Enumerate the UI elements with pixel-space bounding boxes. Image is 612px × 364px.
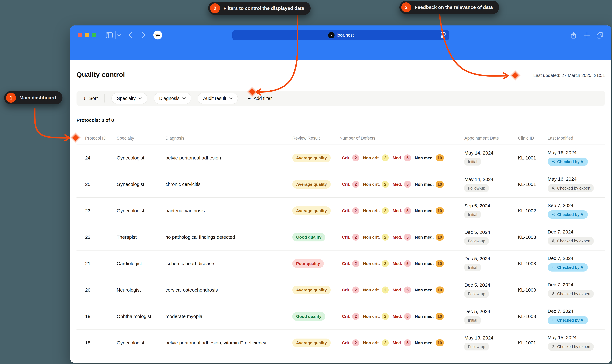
new-tab-icon[interactable] (584, 32, 590, 38)
person-icon (551, 292, 555, 296)
callout-number-badge: 2 (210, 3, 220, 13)
defect-group: Med.5 (392, 154, 411, 161)
review-quality-badge: Average quality (292, 180, 331, 189)
cell-last-modified: May 16, 2024 Checked by expert (548, 176, 605, 192)
review-quality-badge: Average quality (292, 207, 331, 215)
defect-group: Non crit.2 (363, 313, 389, 320)
review-quality-badge: Good quality (292, 233, 325, 241)
review-quality-badge: Average quality (292, 286, 331, 294)
column-header: Review Result (292, 136, 339, 141)
defect-label: Non crit. (363, 340, 380, 345)
defect-count-badge: 2 (382, 207, 389, 214)
filter-dropdown-specialty[interactable]: Specialty (111, 93, 147, 104)
defect-label: Med. (392, 235, 402, 240)
share-icon[interactable] (570, 32, 577, 39)
zoom-window-button[interactable] (92, 33, 97, 37)
defect-group: Crit.2 (342, 154, 359, 161)
sort-button[interactable]: ↓↑ Sort (83, 96, 98, 101)
cell-last-modified: Dec 7, 2024 Checked by AI (548, 309, 605, 324)
cell-last-modified: Dec 7, 2024 Checked by expert (548, 229, 605, 245)
review-quality-badge: Poor quality (292, 259, 324, 268)
sparkle-icon (551, 318, 555, 322)
extension-badge-icon[interactable]: ∗∗ (153, 31, 162, 39)
sidebar-icon[interactable] (106, 32, 113, 38)
appointment-type-badge: Follow-up (464, 237, 489, 245)
table-row[interactable]: 22 Therapist no pathological findings de… (77, 224, 605, 250)
table-row[interactable]: 21 Cardiologist ischemic heart disease P… (77, 250, 605, 277)
checked-by-badge: Checked by expert (548, 342, 594, 351)
person-icon (551, 239, 555, 243)
defect-count-badge: 10 (436, 286, 444, 294)
forward-button[interactable] (141, 31, 146, 39)
cell-review-result: Good quality (292, 312, 339, 321)
callout-main-dashboard: 1 Main dashboard (4, 91, 62, 104)
address-bar[interactable]: ▲ localhost (232, 30, 449, 40)
defect-count-badge: 2 (382, 313, 389, 320)
chevron-down-icon[interactable] (117, 34, 121, 36)
cell-appointment-date: Sep 5, 2024 Initial (464, 203, 518, 218)
defect-count-badge: 2 (382, 260, 389, 267)
cell-appointment-date: Dec 5, 2024 Follow-up (464, 230, 518, 245)
defect-count-badge: 2 (352, 339, 359, 346)
defect-group: Non crit.2 (363, 181, 389, 188)
table-row[interactable]: 24 Gynecologist pelvic-peritoneal adhesi… (77, 144, 605, 171)
column-header: Diagnosis (166, 136, 292, 141)
filter-bar: ↓↑ Sort SpecialtyDiagnosisAudit result +… (77, 91, 605, 106)
minimize-window-button[interactable] (85, 33, 89, 37)
tab-overview-icon[interactable] (596, 32, 603, 39)
defect-count-badge: 2 (352, 181, 359, 188)
table-row[interactable]: 23 Gynecologist bacterial vaginosis Aver… (77, 197, 605, 224)
cell-diagnosis: moderate myopia (166, 314, 292, 319)
cell-appointment-date: Dec 5, 2024 Initial (464, 309, 518, 324)
defect-count-badge: 2 (352, 234, 359, 241)
defect-count-badge: 10 (436, 181, 444, 188)
table-row[interactable]: 25 Gynecologist chronic cervicitis Avera… (77, 171, 605, 197)
column-header: Specialty (117, 136, 166, 141)
cell-protocol-id: 19 (77, 314, 117, 319)
cell-specialty: Gynecologist (117, 208, 166, 213)
cell-specialty: Therapist (117, 234, 166, 240)
defect-label: Crit. (342, 340, 350, 345)
cell-review-result: Average quality (292, 338, 339, 347)
cell-protocol-id: 20 (77, 287, 117, 293)
filter-dropdown-audit-result[interactable]: Audit result (198, 93, 238, 104)
defect-count-badge: 2 (352, 260, 359, 267)
cell-review-result: Average quality (292, 286, 339, 294)
cell-review-result: Average quality (292, 207, 339, 215)
back-button[interactable] (128, 31, 133, 39)
cell-last-modified: May 15, 2024 Checked by expert (548, 335, 605, 351)
column-header: Last Modified (548, 136, 605, 141)
protocols-table: Protocol IDSpecialtyDiagnosisReview Resu… (77, 132, 605, 356)
close-window-button[interactable] (78, 33, 83, 37)
defect-label: Non med. (415, 288, 434, 293)
person-icon (551, 345, 555, 349)
checked-by-badge: Checked by expert (548, 184, 594, 192)
defect-group: Non crit.2 (363, 286, 389, 294)
table-row[interactable]: 20 Neurologist cervical osteochondrosis … (77, 277, 605, 303)
defect-group: Med.5 (392, 181, 411, 188)
cell-review-result: Good quality (292, 233, 339, 241)
defect-label: Non crit. (363, 156, 380, 160)
defect-group: Non med.10 (415, 181, 444, 188)
defect-group: Non crit.2 (363, 260, 389, 267)
reader-view-icon[interactable] (441, 32, 446, 39)
cell-protocol-id: 25 (77, 182, 117, 187)
cell-clinic-id: KL-1002 (518, 208, 548, 213)
add-filter-button[interactable]: + Add filter (248, 96, 272, 101)
filter-dropdown-diagnosis[interactable]: Diagnosis (154, 93, 191, 104)
column-header: Clinic ID (518, 136, 548, 141)
table-row[interactable]: 19 Ophthalmologist moderate myopia Good … (77, 303, 605, 329)
defect-label: Crit. (342, 288, 350, 293)
defect-group: Non crit.2 (363, 154, 389, 161)
defect-group: Med.5 (392, 234, 411, 241)
cell-diagnosis: pelvic-peritoneal adhesion, vitamin D de… (166, 340, 292, 346)
defect-label: Crit. (342, 182, 350, 187)
cell-diagnosis: pelvic-peritoneal adhesion (166, 155, 292, 161)
last-updated-text: Last updated: 27 March 2025, 21:51 (533, 73, 605, 78)
callout-number-badge: 1 (6, 93, 16, 103)
cell-review-result: Average quality (292, 154, 339, 162)
cell-number-of-defects: Crit.2Non crit.2Med.5Non med.10 (339, 234, 464, 241)
chevron-down-icon (182, 97, 186, 100)
defect-count-badge: 2 (352, 313, 359, 320)
table-row[interactable]: 18 Gynecologist pelvic-peritoneal adhesi… (77, 329, 605, 356)
